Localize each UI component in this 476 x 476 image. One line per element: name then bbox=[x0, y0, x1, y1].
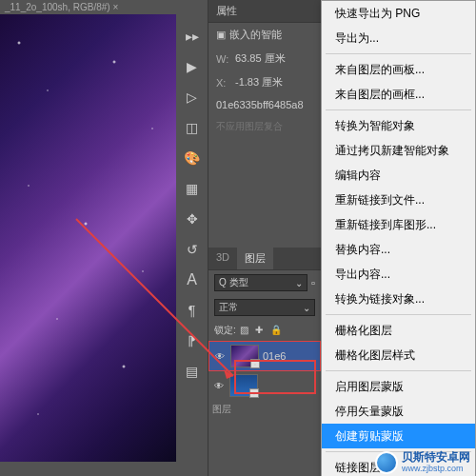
layers-panel: 3D 图层 Q 类型 ⌄ ▫ 正常 ⌄ 锁定: ▨ ✚ 🔒 👁 ▫ 01e6 👁… bbox=[208, 248, 321, 419]
palette-icon[interactable]: 🎨 bbox=[185, 150, 200, 166]
layer-context-menu: 快速导出为 PNG导出为...来自图层的画板...来自图层的画框...转换为智能… bbox=[321, 0, 476, 476]
menu-separator bbox=[326, 370, 471, 371]
x-label: X: bbox=[216, 77, 231, 89]
canvas-viewport[interactable] bbox=[0, 14, 176, 462]
blend-mode-label: 正常 bbox=[219, 301, 238, 314]
menu-item[interactable]: 编辑内容 bbox=[322, 163, 475, 188]
lock-label: 锁定: bbox=[214, 324, 236, 337]
menu-item[interactable]: 来自图层的画板... bbox=[322, 57, 475, 82]
watermark: 贝斯特安卓网 www.zjbstp.com bbox=[375, 451, 470, 474]
collapse-icon[interactable]: ▸▸ bbox=[185, 29, 200, 44]
layers-footer: 图层 bbox=[208, 400, 321, 419]
lock-position-icon[interactable]: ✚ bbox=[255, 325, 267, 336]
panel-tabs: 3D 图层 bbox=[208, 248, 321, 270]
menu-item[interactable]: 来自图层的画框... bbox=[322, 82, 475, 107]
menu-item[interactable]: 导出为... bbox=[322, 26, 475, 50]
menu-separator bbox=[326, 314, 471, 315]
text-icon[interactable]: A bbox=[185, 272, 200, 288]
chevron-down-icon: ⌄ bbox=[295, 278, 303, 288]
menu-separator bbox=[326, 109, 471, 110]
layer-thumbnail[interactable]: ▫ bbox=[230, 345, 259, 367]
vertical-toolbar: ▸▸ ▶ ▷ ◫ 🎨 ▦ ✥ ↺ A ¶ ⁋ ▤ bbox=[176, 0, 208, 476]
menu-item[interactable]: 启用图层蒙版 bbox=[322, 374, 475, 399]
menu-item[interactable]: 转换为链接对象... bbox=[322, 287, 475, 311]
x-row: X: -1.83 厘米 bbox=[208, 70, 321, 94]
tab-3d[interactable]: 3D bbox=[208, 248, 237, 269]
width-row: W: 63.85 厘米 bbox=[208, 47, 321, 70]
object-id: 01e6335bff6485a8 bbox=[216, 99, 304, 110]
smart-object-badge: ▫ bbox=[249, 388, 259, 398]
menu-item[interactable]: 停用矢量蒙版 bbox=[322, 399, 475, 424]
tab-title: _11_2o_100sh, RGB/8#) bbox=[5, 2, 110, 12]
kind-label: Q 类型 bbox=[219, 276, 248, 289]
properties-panel: 属性 ▣ 嵌入的智能 W: 63.85 厘米 X: -1.83 厘米 01e63… bbox=[208, 0, 321, 138]
document-tab[interactable]: _11_2o_100sh, RGB/8#) × bbox=[0, 0, 123, 14]
w-value[interactable]: 63.85 厘米 bbox=[235, 51, 286, 66]
watermark-zh: 贝斯特安卓网 bbox=[402, 451, 470, 464]
embedded-smart-object-row: ▣ 嵌入的智能 bbox=[208, 23, 321, 47]
menu-separator bbox=[326, 53, 471, 54]
w-label: W: bbox=[216, 53, 231, 65]
x-value[interactable]: -1.83 厘米 bbox=[235, 75, 283, 89]
layer-thumbnail[interactable]: ▫ bbox=[229, 374, 258, 397]
menu-item[interactable]: 栅格化图层样式 bbox=[322, 343, 475, 367]
id-row: 01e6335bff6485a8 bbox=[208, 94, 321, 115]
filter-image-icon[interactable]: ▫ bbox=[311, 277, 315, 288]
smart-object-badge: ▫ bbox=[250, 359, 260, 368]
tab-layers[interactable]: 图层 bbox=[237, 248, 273, 269]
lock-row: 锁定: ▨ ✚ 🔒 bbox=[208, 320, 321, 341]
menu-item[interactable]: 创建剪贴蒙版 bbox=[322, 424, 475, 448]
watermark-text: 贝斯特安卓网 www.zjbstp.com bbox=[402, 451, 470, 473]
compose-hint: 不应用图层复合 bbox=[208, 115, 321, 138]
lock-all-icon[interactable]: 🔒 bbox=[270, 325, 282, 336]
watermark-en: www.zjbstp.com bbox=[402, 465, 470, 474]
menu-item[interactable]: 替换内容... bbox=[322, 237, 475, 262]
layers-icon[interactable]: ▤ bbox=[185, 364, 200, 379]
menu-item[interactable]: 栅格化图层 bbox=[322, 318, 475, 343]
paragraph-icon[interactable]: ¶ bbox=[185, 303, 200, 318]
visibility-toggle[interactable]: 👁 bbox=[213, 349, 227, 363]
filter-row: Q 类型 ⌄ ▫ bbox=[208, 270, 321, 295]
properties-header: 属性 bbox=[208, 0, 321, 23]
menu-item[interactable]: 重新链接到文件... bbox=[322, 188, 475, 212]
embedded-label: 嵌入的智能 bbox=[229, 28, 282, 42]
lock-pixels-icon[interactable]: ▨ bbox=[240, 325, 251, 336]
layer-item[interactable]: 👁 ▫ bbox=[208, 371, 321, 400]
blend-mode-select[interactable]: 正常 ⌄ bbox=[214, 299, 315, 316]
grid-icon[interactable]: ▦ bbox=[185, 181, 200, 196]
blend-row: 正常 ⌄ bbox=[208, 295, 321, 320]
layer-name[interactable]: 01e6 bbox=[263, 350, 286, 362]
menu-item[interactable]: 转换为智能对象 bbox=[322, 113, 475, 138]
menu-item[interactable]: 通过拷贝新建智能对象 bbox=[322, 138, 475, 163]
move-icon[interactable]: ✥ bbox=[185, 211, 200, 227]
menu-item[interactable]: 导出内容... bbox=[322, 262, 475, 287]
play-icon[interactable]: ▶ bbox=[185, 59, 200, 74]
cursor-icon[interactable]: ▷ bbox=[185, 89, 200, 105]
visibility-toggle[interactable]: 👁 bbox=[212, 379, 226, 392]
watermark-logo bbox=[375, 451, 398, 474]
chevron-down-icon: ⌄ bbox=[303, 303, 310, 313]
history-icon[interactable]: ↺ bbox=[185, 242, 200, 257]
menu-item[interactable]: 快速导出为 PNG bbox=[322, 1, 475, 26]
layer-item-selected[interactable]: 👁 ▫ 01e6 bbox=[208, 341, 321, 371]
swatches-icon[interactable]: ◫ bbox=[185, 120, 200, 135]
character-icon[interactable]: ⁋ bbox=[185, 333, 200, 348]
smart-object-icon: ▣ bbox=[216, 29, 226, 41]
close-icon[interactable]: × bbox=[112, 2, 118, 12]
menu-item[interactable]: 重新链接到库图形... bbox=[322, 212, 475, 237]
kind-filter[interactable]: Q 类型 ⌄ bbox=[214, 274, 307, 291]
